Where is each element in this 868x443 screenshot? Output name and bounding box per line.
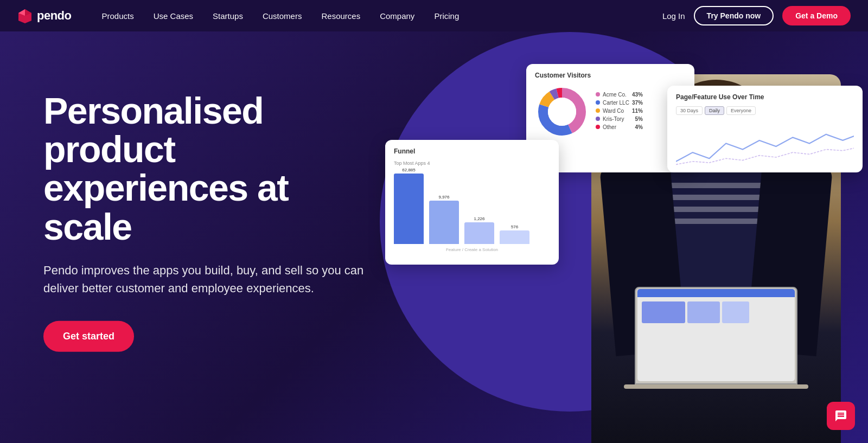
nav-item-use-cases[interactable]: Use Cases	[145, 7, 202, 25]
legend-pct-kris: 5%	[635, 116, 642, 122]
legend-name-kris: Kris-Tory	[603, 116, 632, 122]
bar-shape-4	[500, 230, 529, 244]
legend-pct-other: 4%	[635, 124, 642, 130]
line-chart-svg	[676, 119, 854, 174]
legend-dot-acme	[596, 92, 600, 97]
chat-button[interactable]	[827, 402, 855, 430]
funnel-val-2: 9,976	[438, 195, 449, 200]
legend-name-ward: Ward Co	[603, 108, 629, 114]
svg-point-8	[548, 98, 576, 126]
legend-dot-ward	[596, 108, 600, 113]
legend-item-acme: Acme Co. 43%	[596, 92, 643, 98]
bar-shape-3	[464, 222, 494, 244]
funnel-val-3: 1,226	[474, 216, 484, 221]
logo-label: pendo	[37, 9, 72, 23]
tab-daily[interactable]: Daily	[705, 106, 724, 115]
hero-content: Personalised product experiences at scal…	[43, 91, 380, 352]
legend-pct-carter: 37%	[632, 100, 643, 106]
funnel-bars: 62,885 9,976 1,226 576	[394, 168, 550, 244]
funnel-subtitle: Top Most Apps 4	[394, 160, 550, 166]
legend-dot-kris	[596, 117, 600, 121]
try-pendo-button[interactable]: Try Pendo now	[694, 6, 774, 25]
funnel-title: Funnel	[394, 147, 550, 155]
donut-legend: Acme Co. 43% Carter LLC 37% Ward Co 11%	[596, 92, 643, 132]
donut-container: Acme Co. 43% Carter LLC 37% Ward Co 11%	[535, 85, 686, 139]
bar-shape-1	[394, 174, 424, 244]
legend-name-carter: Carter LLC	[603, 100, 629, 106]
hero-visuals: Customer Visitors Acme Co. 43%	[380, 31, 868, 443]
legend-item-other: Other 4%	[596, 124, 643, 130]
navbar: pendo Products Use Cases Startups Custom…	[0, 0, 868, 31]
legend-pct-ward: 11%	[632, 108, 643, 114]
hero-subtitle: Pendo improves the apps you build, buy, …	[43, 261, 380, 297]
nav-item-startups[interactable]: Startups	[204, 7, 252, 25]
bar-shape-2	[429, 201, 459, 244]
nav-links: Products Use Cases Startups Customers Re…	[93, 7, 662, 25]
legend-item-kris: Kris-Tory 5%	[596, 116, 643, 122]
funnel-xlabel: Feature / Create a Solution	[394, 247, 550, 252]
get-started-button[interactable]: Get started	[43, 321, 134, 352]
nav-item-pricing[interactable]: Pricing	[425, 7, 468, 25]
hero-section: Personalised product experiences at scal…	[0, 0, 868, 443]
funnel-val-1: 62,885	[402, 168, 415, 172]
page-feature-tabs: 30 Days Daily Everyone	[676, 106, 854, 115]
get-demo-button[interactable]: Get a Demo	[782, 6, 851, 25]
line-chart	[676, 119, 854, 174]
funnel-card: Funnel Top Most Apps 4 62,885 9,976 1,22…	[385, 140, 559, 265]
legend-item-carter: Carter LLC 37%	[596, 100, 643, 106]
login-link[interactable]: Log In	[662, 11, 685, 21]
funnel-bar-2: 9,976	[429, 195, 459, 244]
legend-dot-other	[596, 125, 600, 129]
nav-item-resources[interactable]: Resources	[312, 7, 369, 25]
legend-name-other: Other	[603, 124, 632, 130]
nav-item-products[interactable]: Products	[93, 7, 143, 25]
legend-pct-acme: 43%	[632, 92, 643, 98]
donut-chart	[535, 85, 589, 139]
nav-item-customers[interactable]: Customers	[254, 7, 311, 25]
tab-everyone[interactable]: Everyone	[726, 106, 756, 115]
legend-item-ward: Ward Co 11%	[596, 108, 643, 114]
page-feature-title: Page/Feature Use Over Time	[676, 93, 854, 101]
nav-item-company[interactable]: Company	[371, 7, 423, 25]
legend-name-acme: Acme Co.	[603, 92, 629, 98]
logo[interactable]: pendo	[17, 8, 72, 23]
customer-visitors-title: Customer Visitors	[535, 72, 686, 79]
tab-30-days[interactable]: 30 Days	[676, 106, 703, 115]
funnel-bar-1: 62,885	[394, 168, 424, 244]
funnel-bar-3: 1,226	[464, 216, 494, 244]
legend-dot-carter	[596, 100, 600, 105]
page-feature-card: Page/Feature Use Over Time 30 Days Daily…	[667, 86, 863, 172]
funnel-bar-4: 576	[500, 224, 529, 244]
nav-right: Log In Try Pendo now Get a Demo	[662, 6, 851, 25]
chat-icon	[834, 409, 847, 422]
funnel-val-4: 576	[511, 224, 518, 229]
hero-title: Personalised product experiences at scal…	[43, 91, 380, 246]
